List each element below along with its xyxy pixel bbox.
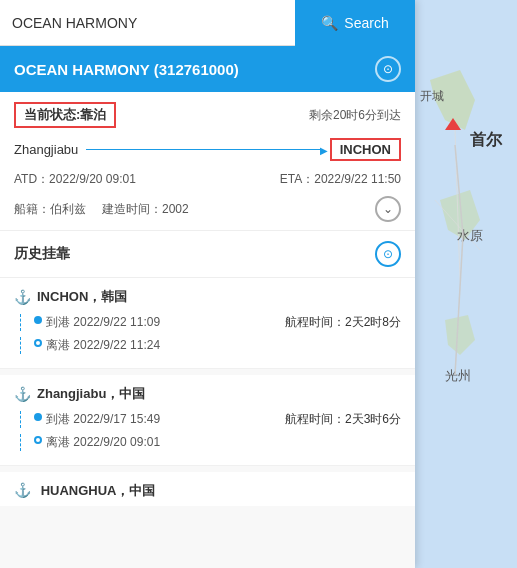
chevron-up-icon-2: ⊙: [383, 247, 393, 261]
history-title: 历史挂靠: [14, 245, 70, 263]
anchor-icon: ⚓: [14, 289, 31, 305]
build-year: 建造时间：2002: [102, 201, 189, 218]
svg-line-16: [455, 235, 463, 375]
arrival-row: 到港 2022/9/22 11:09 航程时间：2天2时8分: [34, 314, 401, 331]
ship-details: 船籍：伯利兹 建造时间：2002: [14, 201, 189, 218]
eta-remaining: 剩余20时6分到达: [309, 107, 401, 124]
history-item: ⚓ INCHON，韩国 到港 2022/9/22 11:09 航程时间：2天2时…: [0, 278, 415, 369]
search-button[interactable]: 🔍 Search: [295, 0, 415, 46]
svg-text:开城: 开城: [420, 89, 444, 103]
history-port-name: INCHON，韩国: [37, 288, 127, 306]
svg-marker-14: [445, 118, 461, 130]
history-port-name-2: Zhangjiabu，中国: [37, 385, 145, 403]
history-item-detail: 到港 2022/9/22 11:09 航程时间：2天2时8分 离港 2022/9…: [14, 314, 401, 354]
history-list: ⚓ INCHON，韩国 到港 2022/9/22 11:09 航程时间：2天2时…: [0, 278, 415, 568]
history-section: 历史挂靠 ⊙ ⚓ INCHON，韩国 到港 2022/9/22 11:09: [0, 231, 415, 568]
svg-text:首尔: 首尔: [470, 131, 503, 148]
svg-text:水原: 水原: [457, 228, 483, 243]
depart-info-2: 离港 2022/9/20 09:01: [34, 434, 160, 451]
vessel-collapse-button[interactable]: ⊙: [375, 56, 401, 82]
route-line: [86, 149, 321, 150]
depart-row: 离港 2022/9/22 11:24: [34, 337, 401, 354]
vessel-info-card: 当前状态:靠泊 剩余20时6分到达 Zhangjiabu INCHON ATD：…: [0, 92, 415, 231]
chevron-up-icon: ⊙: [383, 62, 393, 76]
search-bar: OCEAN HARMONY 🔍 Search: [0, 0, 415, 46]
info-expand-button[interactable]: ⌄: [375, 196, 401, 222]
depart-row-2: 离港 2022/9/20 09:01: [34, 434, 401, 451]
arrival-info-2: 到港 2022/9/17 15:49: [34, 411, 160, 428]
arrival-info: 到港 2022/9/22 11:09: [34, 314, 160, 331]
history-item-port-header: ⚓ INCHON，韩国: [14, 288, 401, 306]
history-item: ⚓ Zhangjiabu，中国 到港 2022/9/17 15:49 航程时间：…: [0, 375, 415, 466]
main-panel: OCEAN HARMONY 🔍 Search OCEAN HARMONY (31…: [0, 0, 415, 568]
arrival-port-badge: INCHON: [330, 138, 401, 161]
history-collapse-button[interactable]: ⊙: [375, 241, 401, 267]
arrival-dot: [34, 316, 42, 324]
search-button-label: Search: [344, 15, 388, 31]
chevron-down-icon: ⌄: [383, 202, 393, 216]
eta-label: ETA：2022/9/22 11:50: [280, 171, 401, 188]
depart-info: 离港 2022/9/22 11:24: [34, 337, 160, 354]
depart-dot: [34, 339, 42, 347]
departure-port: Zhangjiabu: [14, 142, 78, 157]
arrival-row-2: 到港 2022/9/17 15:49 航程时间：2天3时6分: [34, 411, 401, 428]
partial-port-name: HUANGHUA，中国: [41, 483, 156, 498]
atd-label: ATD：2022/9/20 09:01: [14, 171, 136, 188]
history-header: 历史挂靠 ⊙: [0, 231, 415, 278]
svg-text:光州: 光州: [445, 368, 471, 383]
svg-line-15: [455, 145, 463, 235]
map-overlay: 首尔 水原 光州 开城: [415, 0, 517, 568]
arrival-dot-2: [34, 413, 42, 421]
status-badge: 当前状态:靠泊: [14, 102, 116, 128]
time-row: ATD：2022/9/20 09:01 ETA：2022/9/22 11:50: [14, 171, 401, 188]
route-row: Zhangjiabu INCHON: [14, 138, 401, 161]
extra-info-row: 船籍：伯利兹 建造时间：2002 ⌄: [14, 196, 401, 222]
vessel-header: OCEAN HARMONY (312761000) ⊙: [0, 46, 415, 92]
duration-info-2: 航程时间：2天3时6分: [285, 411, 401, 428]
anchor-icon-2: ⚓: [14, 386, 31, 402]
anchor-icon-3: ⚓: [14, 482, 31, 498]
vessel-title: OCEAN HARMONY (312761000): [14, 61, 239, 78]
history-item-port-header: ⚓ Zhangjiabu，中国: [14, 385, 401, 403]
history-item-detail-2: 到港 2022/9/17 15:49 航程时间：2天3时6分 离港 2022/9…: [14, 411, 401, 451]
depart-dot-2: [34, 436, 42, 444]
duration-info: 航程时间：2天2时8分: [285, 314, 401, 331]
ship-flag: 船籍：伯利兹: [14, 201, 86, 218]
search-icon: 🔍: [321, 15, 338, 31]
search-input[interactable]: OCEAN HARMONY: [0, 0, 295, 45]
status-row: 当前状态:靠泊 剩余20时6分到达: [14, 102, 401, 128]
route-arrow: [86, 149, 321, 150]
partial-history-item: ⚓ HUANGHUA，中国: [0, 472, 415, 506]
